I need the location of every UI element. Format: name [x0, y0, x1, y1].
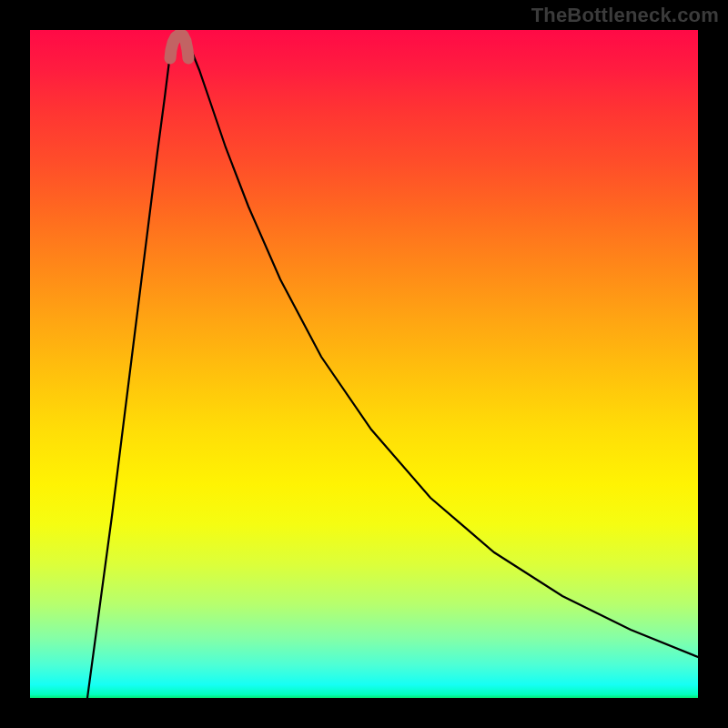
watermark-text: TheBottleneck.com: [531, 4, 719, 27]
chart-plot-area: [30, 30, 698, 698]
